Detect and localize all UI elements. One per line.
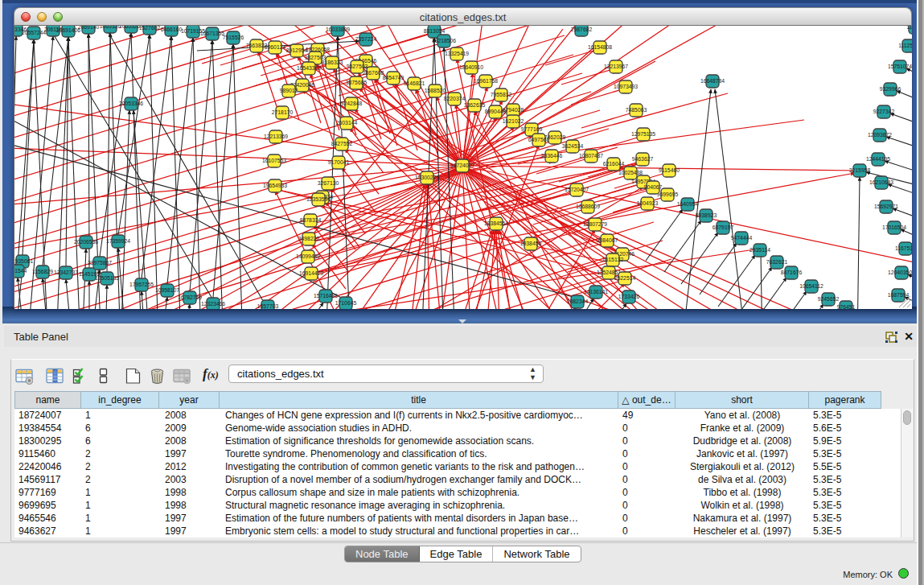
svg-text:2867608: 2867608 (363, 70, 384, 76)
svg-text:20053346: 20053346 (119, 101, 143, 106)
svg-text:20691406: 20691406 (56, 27, 80, 33)
svg-text:9777169: 9777169 (521, 126, 543, 132)
svg-text:8186323: 8186323 (322, 60, 343, 65)
svg-text:1004923: 1004923 (637, 200, 659, 206)
svg-text:15300275: 15300275 (415, 175, 439, 180)
svg-text:120403504: 120403504 (888, 270, 912, 275)
svg-text:9242848: 9242848 (341, 101, 363, 106)
svg-text:2069140: 2069140 (78, 26, 100, 30)
svg-text:13524851: 13524851 (597, 270, 621, 275)
svg-text:1588520: 1588520 (425, 88, 446, 93)
svg-text:12213967: 12213967 (604, 64, 628, 69)
svg-text:1621022: 1621022 (503, 118, 524, 124)
svg-text:20557244: 20557244 (22, 30, 46, 35)
svg-text:1527602: 1527602 (139, 26, 161, 31)
svg-text:1935061: 1935061 (14, 258, 33, 264)
svg-text:8960124: 8960124 (265, 44, 286, 50)
svg-text:9227342: 9227342 (873, 109, 895, 114)
svg-text:16782759: 16782759 (178, 295, 202, 300)
svg-text:1156829: 1156829 (32, 269, 53, 274)
svg-text:1112549: 1112549 (898, 43, 912, 48)
svg-text:10688609: 10688609 (576, 204, 600, 209)
svg-text:16033809: 16033809 (326, 27, 350, 32)
svg-text:9115460: 9115460 (659, 167, 680, 173)
svg-text:9329966: 9329966 (880, 86, 901, 92)
svg-text:1733426: 1733426 (618, 294, 640, 299)
svg-text:1710645: 1710645 (335, 300, 357, 306)
svg-text:9527503: 9527503 (347, 64, 368, 69)
svg-text:17957255: 17957255 (129, 282, 154, 287)
svg-text:1615132: 1615132 (602, 257, 624, 262)
svg-text:18640910: 18640910 (459, 64, 483, 70)
svg-text:12323466: 12323466 (201, 301, 225, 307)
svg-text:976451: 976451 (837, 304, 856, 309)
svg-text:16210643: 16210643 (869, 179, 893, 185)
svg-text:8454749: 8454749 (383, 75, 405, 80)
svg-text:15720407: 15720407 (565, 187, 589, 192)
svg-text:8912954: 8912954 (286, 47, 308, 53)
svg-text:13325419: 13325419 (445, 51, 469, 56)
svg-text:1687594: 1687594 (888, 292, 910, 298)
svg-text:111254: 111254 (906, 26, 912, 30)
svg-text:1362635: 1362635 (464, 102, 486, 108)
svg-text:12213369: 12213369 (264, 134, 288, 139)
svg-text:20206536: 20206536 (74, 239, 98, 245)
svg-text:3498222: 3498222 (298, 236, 320, 241)
svg-text:2935114: 2935114 (749, 247, 770, 253)
svg-text:1857703: 1857703 (257, 303, 279, 309)
svg-text:7955812: 7955812 (491, 92, 512, 97)
svg-text:9170041: 9170041 (328, 159, 350, 165)
svg-text:1065326: 1065326 (100, 26, 121, 29)
svg-text:16671355: 16671355 (200, 31, 224, 36)
svg-text:8813054: 8813054 (424, 28, 446, 34)
svg-text:14136141: 14136141 (584, 289, 608, 295)
svg-text:15716485: 15716485 (314, 293, 338, 299)
svg-text:10025438: 10025438 (618, 170, 643, 175)
svg-text:18724007: 18724007 (450, 163, 474, 168)
svg-text:18807279: 18807279 (583, 221, 607, 227)
svg-text:12342737: 12342737 (54, 270, 78, 275)
svg-text:8938923: 8938923 (696, 212, 717, 218)
svg-text:2522514: 2522514 (614, 275, 636, 281)
svg-text:9245652: 9245652 (818, 296, 840, 302)
svg-text:7462029: 7462029 (544, 134, 566, 140)
svg-text:15751074: 15751074 (888, 64, 912, 69)
svg-text:3267130: 3267130 (318, 180, 339, 186)
svg-text:3215958: 3215958 (849, 167, 871, 173)
svg-text:17359924: 17359924 (106, 238, 130, 244)
svg-text:16543362: 16543362 (297, 65, 321, 71)
svg-text:989012: 989012 (280, 88, 298, 93)
svg-text:2603144: 2603144 (336, 120, 358, 126)
svg-text:12093872: 12093872 (868, 132, 892, 138)
svg-text:6794028: 6794028 (503, 107, 524, 113)
svg-text:1640954: 1640954 (677, 201, 699, 207)
svg-text:7357224: 7357224 (355, 36, 377, 42)
svg-text:9146821: 9146821 (404, 80, 425, 86)
svg-text:16961758: 16961758 (474, 78, 498, 84)
svg-text:7485063: 7485063 (626, 107, 647, 113)
svg-text:6879197: 6879197 (713, 225, 734, 230)
svg-text:8471676: 8471676 (781, 270, 803, 275)
svg-text:1167533: 1167533 (895, 245, 912, 251)
svg-text:8220374: 8220374 (444, 96, 466, 101)
svg-text:16914479: 16914479 (299, 270, 323, 276)
svg-text:10958107: 10958107 (155, 287, 179, 293)
svg-text:3084067: 3084067 (597, 237, 618, 243)
svg-text:2718170: 2718170 (272, 109, 294, 115)
svg-text:23975867: 23975867 (88, 260, 112, 266)
svg-text:19218506: 19218506 (432, 38, 456, 43)
svg-text:12353594: 12353594 (306, 196, 331, 202)
svg-text:3875685: 3875685 (346, 80, 368, 85)
svg-text:17016504: 17016504 (882, 225, 906, 230)
svg-text:9463627: 9463627 (632, 156, 654, 162)
svg-text:6216044: 6216044 (603, 161, 625, 167)
svg-text:1938455: 1938455 (520, 241, 542, 246)
svg-text:10807487: 10807487 (579, 153, 603, 159)
svg-text:391544: 391544 (14, 268, 27, 274)
svg-text:3624534: 3624534 (562, 143, 584, 149)
svg-text:15692971: 15692971 (874, 204, 898, 209)
svg-text:9699695: 9699695 (657, 192, 679, 197)
svg-text:9474444: 9474444 (731, 235, 753, 241)
svg-text:904067: 904067 (644, 184, 663, 190)
svg-text:6466160: 6466160 (161, 27, 183, 32)
